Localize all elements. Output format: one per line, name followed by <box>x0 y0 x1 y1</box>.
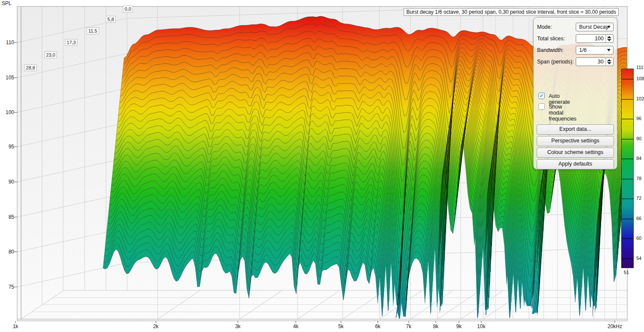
checkbox-auto-generate[interactable]: ✓ <box>538 93 545 99</box>
checkbox-label: Show modal frequencies <box>549 104 577 122</box>
colorbar-tick-label: 111 <box>636 65 644 70</box>
field-label: Bandwidth: <box>537 47 564 53</box>
x-tick-label: 8k <box>433 323 439 329</box>
perspective-settings-button[interactable]: Perspective settings <box>537 136 614 146</box>
colorbar-tick-label: 84 <box>636 156 641 161</box>
spin-up-icon[interactable] <box>607 59 611 61</box>
slice-period-label: 5,8 <box>106 16 115 23</box>
spinner-value[interactable]: 100 <box>595 36 604 42</box>
panel-row: Span (periods):30 <box>537 57 614 66</box>
colour-scheme-settings-button[interactable]: Colour scheme settings <box>537 148 614 158</box>
colorbar-tick-label: 51 <box>624 270 629 275</box>
x-tick-label: 7k <box>406 323 412 329</box>
slice-period-label: 0,0 <box>123 6 133 12</box>
y-tick-label: 80 <box>9 249 14 255</box>
field-label: Total slices: <box>537 36 565 42</box>
y-tick-label: 90 <box>9 179 14 185</box>
colorbar-segment-line <box>622 259 633 259</box>
apply-defaults-button[interactable]: Apply defaults <box>537 159 614 169</box>
checkbox-show-modal-frequencies[interactable] <box>538 103 545 110</box>
colorbar-tick-label: 66 <box>636 216 641 221</box>
colorbar-segment-line <box>622 199 633 199</box>
spin-down-icon[interactable] <box>607 39 611 41</box>
y-tick-label: 100 <box>6 109 14 115</box>
field-label: Span (periods): <box>537 59 574 65</box>
colorbar-tick-label: 60 <box>636 235 641 241</box>
slice-period-label: 11,5 <box>87 27 99 34</box>
chevron-down-icon[interactable] <box>607 26 611 28</box>
slice-period-label: 17,3 <box>65 39 77 46</box>
colorbar-tick-label: 96 <box>636 116 641 121</box>
spin-down-icon[interactable] <box>607 62 611 64</box>
colorbar-segment-line <box>622 219 633 219</box>
colorbar-segment-line <box>622 79 633 79</box>
y-tick-label: 75 <box>9 284 14 290</box>
slice-period-label: 28,8 <box>24 64 36 71</box>
x-tick-label: 2k <box>153 323 159 329</box>
x-tick-label: 9k <box>456 323 462 329</box>
x-tick-label: 1k <box>13 323 18 329</box>
spinner-totalslices[interactable]: 100 <box>576 34 614 43</box>
x-tick-label: 20kHz <box>608 323 622 329</box>
dropdown-value: Burst Decay <box>579 24 608 30</box>
colorbar-tick-label: 72 <box>636 196 641 201</box>
dropdown-mode[interactable]: Burst Decay <box>576 23 614 31</box>
colorbar-segment-line <box>622 99 633 100</box>
colorbar-tick-label: 90 <box>636 136 641 141</box>
colorbar-segment-line <box>622 238 633 239</box>
x-tick-label: 5k <box>338 323 344 329</box>
panel-row: Mode:Burst Decay <box>537 23 614 32</box>
spin-up-icon[interactable] <box>607 36 611 38</box>
y-tick-label: 85 <box>9 214 14 220</box>
burst-decay-window: SPL 1101051009590858075 1k2k3k4k5k6k7k8k… <box>0 0 644 332</box>
spl-colorbar <box>621 69 634 268</box>
spinner-value[interactable]: 30 <box>598 59 604 65</box>
colorbar-tick-label: 102 <box>636 96 644 101</box>
colorbar-segment-line <box>622 119 633 119</box>
burst-decay-settings-panel: Mode:Burst DecayTotal slices:100Bandwidt… <box>533 17 617 169</box>
x-tick-label: 10k <box>477 323 485 329</box>
y-axis-title: SPL <box>2 0 12 6</box>
y-tick-label: 110 <box>6 39 14 45</box>
field-label: Mode: <box>537 24 552 30</box>
dropdown-value: 1/6 <box>579 47 586 53</box>
slice-period-label: 23,0 <box>44 51 57 58</box>
spinner-buttons[interactable] <box>605 35 613 42</box>
spinner-buttons[interactable] <box>605 58 613 66</box>
colorbar-segment-line <box>622 179 633 179</box>
dropdown-bandwidth[interactable]: 1/6 <box>576 46 614 54</box>
checkbox-label: Auto generate <box>549 93 570 105</box>
plot-title: Burst decay 1/6 octave, 30 period span, … <box>404 8 619 16</box>
y-tick-label: 105 <box>6 75 14 81</box>
chevron-down-icon[interactable] <box>607 49 611 51</box>
panel-row: Total slices:100 <box>537 34 614 43</box>
x-tick-label: 4k <box>293 323 299 329</box>
panel-row: Bandwidth:1/6 <box>537 46 614 55</box>
y-tick-label: 95 <box>9 144 14 150</box>
colorbar-tick-label: 108 <box>636 76 644 81</box>
export-data-button[interactable]: Export data... <box>537 124 614 135</box>
x-tick-label: 6k <box>375 323 381 329</box>
colorbar-tick-label: 54 <box>636 256 641 261</box>
colorbar-segment-line <box>622 159 633 159</box>
spinner-spanperiods[interactable]: 30 <box>576 57 614 66</box>
x-tick-label: 3k <box>235 323 241 329</box>
colorbar-segment-line <box>622 139 633 139</box>
colorbar-tick-label: 78 <box>636 176 641 181</box>
